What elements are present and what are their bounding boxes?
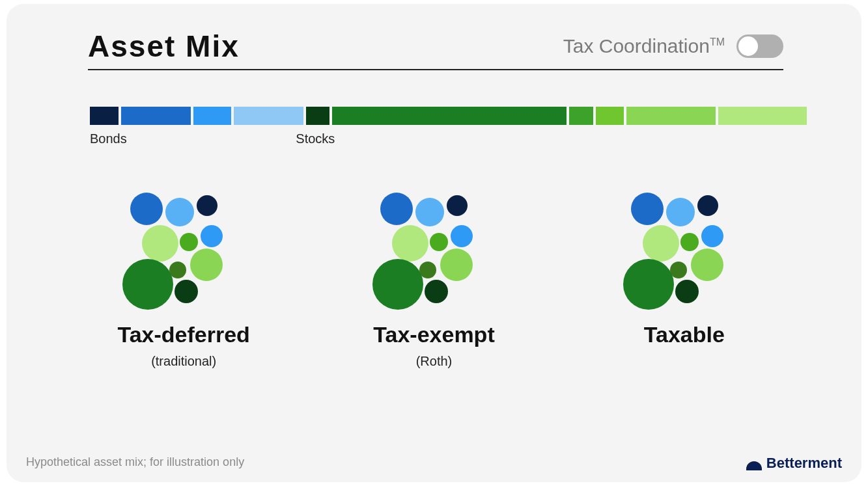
- asset-bubble: [451, 225, 473, 247]
- asset-bubble: [425, 280, 448, 303]
- asset-bubble: [631, 193, 664, 225]
- asset-bubble: [440, 249, 473, 281]
- asset-bubble: [372, 259, 423, 310]
- asset-bubble: [447, 195, 468, 216]
- allocation-bar-labels: Bonds Stocks: [90, 131, 783, 150]
- asset-bubble: [122, 259, 173, 310]
- header: Asset Mix Tax CoordinationTM: [88, 29, 783, 64]
- asset-bubble: [165, 198, 194, 226]
- allocation-segment: [121, 107, 191, 125]
- bubble-cluster: [619, 193, 749, 319]
- allocation-bar: [90, 107, 783, 125]
- asset-bubble: [623, 259, 674, 310]
- account-column: Tax-deferred(traditional): [66, 193, 301, 369]
- toggle-knob: [738, 36, 758, 56]
- asset-bubble: [180, 233, 198, 251]
- brand: Betterment: [746, 455, 842, 472]
- asset-bubble: [415, 198, 444, 226]
- card: Asset Mix Tax CoordinationTM Bonds Stock…: [7, 4, 861, 482]
- header-divider: [88, 69, 783, 70]
- brand-name: Betterment: [766, 455, 842, 472]
- asset-bubble: [190, 249, 223, 281]
- allocation-segment: [193, 107, 231, 125]
- asset-bubble: [142, 225, 178, 262]
- account-column: Taxable: [567, 193, 802, 369]
- asset-bubble: [197, 195, 217, 216]
- allocation-segment: [90, 107, 119, 125]
- asset-bubble: [175, 280, 198, 303]
- allocation-segment: [332, 107, 567, 125]
- bubble-cluster: [119, 193, 249, 319]
- asset-bubble: [201, 225, 223, 247]
- account-title: Tax-deferred: [117, 322, 249, 347]
- account-clusters: Tax-deferred(traditional)Tax-exempt(Roth…: [59, 193, 809, 369]
- allocation-label-bonds: Bonds: [90, 131, 127, 146]
- asset-bubble: [701, 225, 723, 247]
- account-subtitle: (Roth): [416, 354, 453, 369]
- asset-bubble: [666, 198, 695, 226]
- account-column: Tax-exempt(Roth): [316, 193, 551, 369]
- asset-bubble: [419, 262, 436, 278]
- asset-bubble: [392, 225, 428, 262]
- allocation-segment: [626, 107, 715, 125]
- tax-coordination-label: Tax CoordinationTM: [563, 35, 725, 57]
- account-title: Taxable: [644, 322, 725, 347]
- brand-sun-icon: [746, 456, 763, 470]
- allocation-segment: [306, 107, 329, 125]
- tax-coordination-toggle-wrap: Tax CoordinationTM: [563, 34, 783, 58]
- allocation-bar-wrap: Bonds Stocks: [90, 107, 783, 150]
- footnote: Hypothetical asset mix; for illustration…: [26, 455, 244, 469]
- asset-bubble: [675, 280, 699, 303]
- bubble-cluster: [369, 193, 499, 319]
- asset-bubble: [380, 193, 413, 225]
- allocation-segment: [596, 107, 624, 125]
- allocation-segment: [569, 107, 593, 125]
- allocation-segment: [718, 107, 807, 125]
- tax-coordination-label-text: Tax Coordination: [563, 35, 710, 57]
- asset-bubble: [130, 193, 163, 225]
- allocation-label-stocks: Stocks: [296, 131, 335, 146]
- asset-bubble: [680, 233, 699, 251]
- asset-bubble: [643, 225, 679, 262]
- asset-bubble: [697, 195, 718, 216]
- asset-bubble: [430, 233, 448, 251]
- trademark-symbol: TM: [710, 36, 725, 47]
- account-subtitle: (traditional): [151, 354, 216, 369]
- allocation-segment: [234, 107, 304, 125]
- page-title: Asset Mix: [88, 29, 240, 64]
- tax-coordination-toggle[interactable]: [736, 34, 783, 58]
- asset-bubble: [691, 249, 723, 281]
- account-title: Tax-exempt: [373, 322, 494, 347]
